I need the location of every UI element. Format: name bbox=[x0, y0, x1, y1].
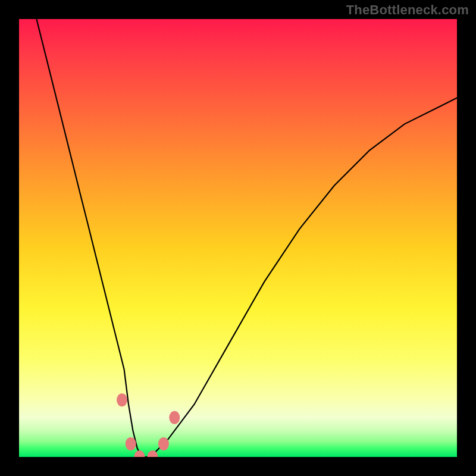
right-lower-dot bbox=[158, 437, 169, 450]
right-upper-dot bbox=[169, 411, 180, 424]
left-upper-dot bbox=[117, 393, 127, 406]
marker-group bbox=[117, 393, 180, 457]
chart-plot-area bbox=[19, 19, 457, 457]
center-dot-1 bbox=[134, 450, 145, 457]
bottleneck-curve-path bbox=[36, 19, 457, 457]
chart-svg bbox=[19, 19, 457, 457]
chart-stage: TheBottleneck.com bbox=[0, 0, 476, 476]
left-lower-dot bbox=[126, 437, 136, 450]
attribution-text: TheBottleneck.com bbox=[346, 2, 469, 18]
